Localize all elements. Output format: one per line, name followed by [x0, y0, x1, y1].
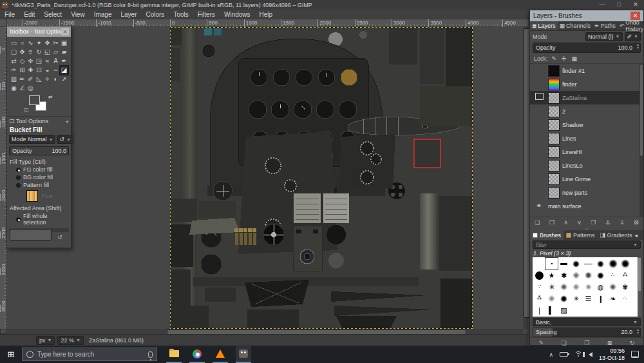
tool-heal[interactable]: ✚	[26, 66, 35, 75]
clock[interactable]: 09:56 13-Oct-18	[599, 348, 625, 361]
new-layer-button[interactable]: ❏	[535, 219, 540, 226]
spinner-arrows[interactable]: ▲▼	[636, 43, 639, 50]
quick-mask-toggle[interactable]	[0, 329, 7, 334]
minimize-button[interactable]: —	[594, 0, 611, 10]
brush-swatch[interactable]	[558, 258, 570, 270]
brush-swatch[interactable]: ⁂	[619, 270, 631, 281]
tool-cage-transform[interactable]: ◳	[35, 57, 43, 66]
tool-warp-transform[interactable]: ≈	[43, 57, 52, 66]
layer-visibility-toggle[interactable]	[533, 147, 545, 157]
layer-visibility-toggle[interactable]	[533, 174, 545, 184]
tool-pencil[interactable]: ✏	[18, 75, 26, 84]
layer-visibility-toggle[interactable]	[533, 133, 545, 143]
layer-row-line-grime[interactable]: Line Grime	[530, 172, 643, 186]
lock-pixels-icon[interactable]: ✎	[552, 55, 557, 62]
panel-menu-icon[interactable]: ◂	[635, 232, 638, 239]
tab-brushes[interactable]: Brushes	[530, 230, 564, 240]
tool-perspective-clone[interactable]: ⊡	[35, 66, 43, 75]
wifi-icon[interactable]	[574, 351, 582, 357]
microphone-icon[interactable]	[148, 351, 153, 358]
layer-row-lines[interactable]: Lines	[530, 132, 643, 145]
menu-layer[interactable]: Layer	[116, 11, 141, 18]
brush-swatch[interactable]: ✱	[558, 270, 570, 281]
brush-swatch[interactable]: ✽	[582, 270, 594, 281]
paint-mode-dropdown[interactable]: ModeNormal▼	[9, 135, 55, 144]
canvas-vertical-scrollbar[interactable]	[523, 27, 528, 329]
layer-row-finder--1[interactable]: finder #1	[530, 64, 643, 77]
brush-swatch[interactable]: ❙	[594, 293, 607, 304]
brush-swatch[interactable]	[607, 258, 619, 270]
brush-swatch[interactable]: ▍	[545, 304, 558, 316]
tool-dodge-burn[interactable]: ◐	[52, 75, 60, 84]
menu-filters[interactable]: Filters	[193, 11, 220, 18]
tool-airbrush[interactable]: ✧	[43, 75, 52, 84]
tool-mypaint-brush[interactable]: ✑	[10, 66, 18, 75]
reset-tool-options-button[interactable]: ↺	[57, 234, 62, 240]
tool-shear[interactable]: ▱	[52, 48, 60, 57]
tool-scale[interactable]: ◱	[43, 48, 52, 57]
tool-opacity-slider[interactable]: Opacity 100.0	[9, 146, 69, 155]
menu-view[interactable]: View	[66, 11, 90, 18]
fill-type-radio-pattern-fill[interactable]: Pattern fill	[7, 181, 71, 189]
unit-dropdown[interactable]: px▼	[36, 336, 55, 345]
tool-blur-sharpen[interactable]: ◒	[43, 66, 52, 75]
fill-type-radio-bg-color-fill[interactable]: BG color fill	[7, 173, 71, 181]
gimp-titlebar[interactable]: *4kMiG3_Parts_Danziger.xcf-1.0 (RGB colo…	[0, 0, 644, 10]
battery-icon[interactable]	[560, 352, 568, 357]
brush-swatch[interactable]: ✳	[545, 281, 558, 293]
brush-swatch[interactable]: ❘	[533, 304, 545, 316]
duplicate-layer-button[interactable]: ❐	[591, 219, 596, 226]
lock-alpha-icon[interactable]: ▦	[572, 55, 578, 62]
layer-row-zastalina[interactable]: ZaStalina	[530, 91, 643, 104]
tool-scissors-select[interactable]: ✂	[52, 39, 60, 48]
brush-swatch[interactable]: ❈	[545, 293, 558, 304]
action-center-icon[interactable]	[631, 351, 639, 358]
fill-type-radio-fg-color-fill[interactable]: FG color fill	[7, 166, 71, 173]
tool-color-picker[interactable]: ◉	[10, 84, 18, 93]
zoom-dropdown[interactable]: 22 %▼	[57, 336, 83, 345]
tool-select-by-color[interactable]: ❖	[43, 39, 52, 48]
menu-file[interactable]: File	[0, 11, 19, 18]
tool-perspective[interactable]: ▰	[60, 48, 68, 57]
brush-swatch[interactable]	[619, 258, 631, 270]
brush-swatch[interactable]: ❧	[607, 293, 619, 304]
tool-smudge[interactable]: ∼	[52, 66, 60, 75]
tab-paths[interactable]: ✒Paths	[592, 21, 618, 30]
layer-row-shadow[interactable]: Shadow	[530, 118, 643, 132]
lower-layer-button[interactable]: ∨	[577, 219, 582, 226]
lock-position-icon[interactable]: ✛	[562, 55, 567, 62]
layer-visibility-toggle[interactable]	[533, 66, 545, 75]
tool-gradient[interactable]: ▥	[10, 75, 18, 84]
layer-visibility-toggle[interactable]	[533, 79, 545, 89]
taskbar-app-chrome[interactable]	[189, 346, 205, 363]
brush-swatch[interactable]	[594, 270, 607, 281]
tool-ink[interactable]: ✒	[60, 57, 68, 66]
brush-swatch[interactable]: ❈	[570, 281, 582, 293]
layer-row-2[interactable]: 2	[530, 104, 643, 118]
brush-swatch[interactable]: ∴	[619, 293, 631, 304]
tab-channels[interactable]: ▦Channels	[558, 21, 593, 30]
layers-scrollbar[interactable]	[639, 64, 643, 217]
menu-select[interactable]: Select	[39, 11, 66, 18]
tray-expand-icon[interactable]: ∧	[549, 351, 553, 358]
mode-switch-dropdown[interactable]: ↺▼	[57, 135, 73, 144]
brush-swatch[interactable]: ∴	[607, 270, 619, 281]
brush-swatch[interactable]	[533, 270, 545, 281]
menu-tools[interactable]: Tools	[169, 11, 193, 18]
tool-free-select[interactable]: ∿	[26, 39, 35, 48]
speaker-icon[interactable]	[589, 352, 592, 357]
horizontal-ruler[interactable]: -2000-1500-1000-500050010001500200025003…	[7, 19, 528, 27]
brush-swatch[interactable]	[533, 258, 545, 270]
menu-colors[interactable]: Colors	[141, 11, 169, 18]
tool-rotate[interactable]: ↻	[35, 48, 43, 57]
tool-unified-transform[interactable]: ◇	[18, 57, 26, 66]
layer-row-finder[interactable]: finder	[530, 77, 643, 91]
layer-mode-dropdown[interactable]: Normal (l)▼	[585, 32, 622, 41]
taskbar-app-file-explorer[interactable]	[166, 346, 182, 363]
fill-whole-selection-radio[interactable]: Fill whole selection	[7, 212, 71, 226]
brush-swatch[interactable]: ▨	[558, 304, 570, 316]
tool-measure[interactable]: ∠	[18, 84, 26, 93]
panel-menu-icon[interactable]: ◂	[65, 118, 68, 124]
brush-swatch[interactable]	[570, 258, 582, 270]
brush-swatch[interactable]: ◍	[594, 281, 607, 293]
